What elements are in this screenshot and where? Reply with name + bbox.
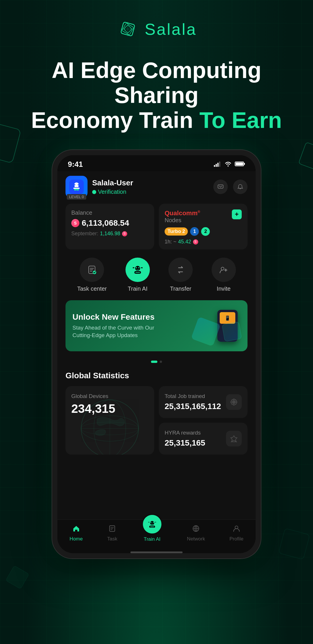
rewards-value: 25,315,165 [165, 438, 205, 448]
user-info: LEVEL 0 Salala-User Verification [65, 176, 133, 198]
nodes-card: Qualcomm® Nodes + Turbo 2 [159, 204, 248, 249]
svg-point-26 [138, 267, 139, 268]
verification-badge: Verification [92, 189, 133, 195]
status-time: 9:41 [68, 160, 83, 169]
balance-sub-value: 1,146.98 [100, 231, 120, 237]
dots-indicator [65, 361, 248, 363]
svg-rect-21 [218, 185, 223, 188]
quick-actions: Task center [65, 258, 248, 292]
cards-row: Balance S 6,113,068.54 September: 1,146.… [65, 204, 248, 249]
dot-active [151, 361, 157, 363]
invite-action[interactable]: Invite [212, 258, 236, 292]
svg-rect-14 [73, 188, 80, 189]
coin-icon: S [71, 219, 79, 227]
notification-button[interactable] [233, 180, 248, 194]
transfer-btn[interactable] [168, 258, 193, 282]
node-count-green: 2 [201, 227, 210, 236]
svg-point-15 [74, 184, 75, 185]
node-count-blue: 1 [190, 227, 199, 236]
stats-grid: Global Devices 234,315 [65, 386, 248, 455]
nav-network-label: Network [187, 536, 205, 542]
svg-point-25 [136, 267, 137, 268]
salala-logo-icon [116, 17, 139, 41]
transfer-action[interactable]: Transfer [168, 258, 193, 292]
svg-point-30 [221, 267, 224, 270]
svg-rect-7 [217, 163, 219, 167]
jobs-label: Total Job trained [165, 393, 221, 399]
nav-task-label: Task [107, 536, 117, 542]
node-badges: Turbo 2 1 2 [165, 227, 242, 236]
svg-rect-8 [219, 162, 220, 167]
task-nav-icon [108, 525, 116, 534]
nav-home[interactable]: Home [70, 525, 83, 542]
banner-title: Unlock New Features [72, 312, 165, 322]
rewards-label: HYRA rewards [165, 430, 205, 436]
invite-btn[interactable] [212, 258, 236, 282]
svg-point-28 [133, 267, 134, 268]
global-devices-card: Global Devices 234,315 [65, 386, 154, 455]
rewards-card: HYRA rewards 25,315,165 [159, 423, 248, 455]
wifi-icon [224, 161, 232, 168]
home-nav-icon [72, 525, 80, 534]
nodes-header: Qualcomm® Nodes + [165, 209, 242, 224]
balance-sub: September: 1,146.98 S [71, 231, 148, 237]
username: Salala-User [92, 178, 133, 187]
train-ai-action[interactable]: Train AI [125, 258, 150, 292]
rate-value: 45.42 [178, 239, 191, 245]
qualcomm-text: Qualcomm® [165, 209, 200, 217]
hero-line1: AI Edge Computing Sharing [52, 57, 261, 108]
svg-point-42 [153, 522, 154, 523]
banner-desc: Stay Ahead of the Curve with Our Cutting… [72, 324, 165, 339]
hero-accent: To Earn [199, 107, 282, 133]
nav-train-ai[interactable]: Train AI [142, 524, 163, 542]
svg-rect-11 [244, 163, 245, 165]
train-ai-center-btn[interactable] [142, 514, 163, 535]
nav-profile-label: Profile [230, 536, 243, 542]
level-badge: LEVEL 0 [67, 194, 86, 200]
verify-dot [92, 190, 96, 194]
rewards-icon [226, 431, 242, 446]
svg-rect-20 [75, 189, 78, 190]
user-header: LEVEL 0 Salala-User Verification [65, 171, 248, 204]
balance-value: 6,113,068.54 [82, 218, 129, 228]
nodes-rate: 1h: ~ 45.42 S [165, 239, 242, 245]
transfer-label: Transfer [170, 285, 191, 292]
battery-icon [235, 161, 245, 168]
invite-label: Invite [217, 285, 231, 292]
turbo-badge: Turbo 2 [165, 227, 188, 236]
banner-image: 📱 [194, 308, 241, 343]
network-nav-icon [192, 525, 200, 534]
add-node-button[interactable]: + [232, 209, 242, 219]
jobs-value: 25,315,165,112 [165, 402, 221, 411]
message-button[interactable] [213, 180, 228, 194]
train-ai-btn[interactable] [125, 258, 150, 282]
nav-network[interactable]: Network [187, 525, 205, 542]
svg-point-41 [150, 522, 152, 523]
logo-text: Salala [145, 20, 197, 39]
train-ai-label: Train AI [128, 285, 148, 292]
jobs-icon [226, 394, 242, 410]
svg-point-16 [78, 184, 79, 185]
nav-task[interactable]: Task [107, 525, 117, 542]
task-center-label: Task center [77, 285, 107, 292]
banner-text: Unlock New Features Stay Ahead of the Cu… [72, 312, 165, 339]
dot-inactive [160, 361, 162, 363]
stats-section-title: Global Statistics [65, 371, 248, 380]
phone-mockup: 9:41 [52, 150, 261, 558]
balance-card: Balance S 6,113,068.54 September: 1,146.… [65, 204, 154, 249]
balance-label: Balance [71, 209, 148, 216]
svg-rect-17 [74, 186, 79, 187]
logo-area: Salala [116, 17, 197, 41]
task-center-action[interactable]: Task center [77, 258, 107, 292]
nav-profile[interactable]: Profile [230, 525, 243, 542]
sub-coin-icon: S [122, 231, 127, 236]
signal-icon [214, 161, 221, 168]
svg-rect-6 [216, 164, 217, 167]
promo-banner[interactable]: Unlock New Features Stay Ahead of the Cu… [65, 300, 248, 351]
home-indicator [130, 551, 183, 553]
task-center-btn[interactable] [80, 258, 104, 282]
rate-label: 1h: ~ [165, 239, 176, 245]
hero-section: AI Edge Computing Sharing Economy Train … [0, 58, 313, 133]
qualcomm-logo: Qualcomm® [165, 209, 200, 217]
globe-graphic [78, 397, 142, 455]
